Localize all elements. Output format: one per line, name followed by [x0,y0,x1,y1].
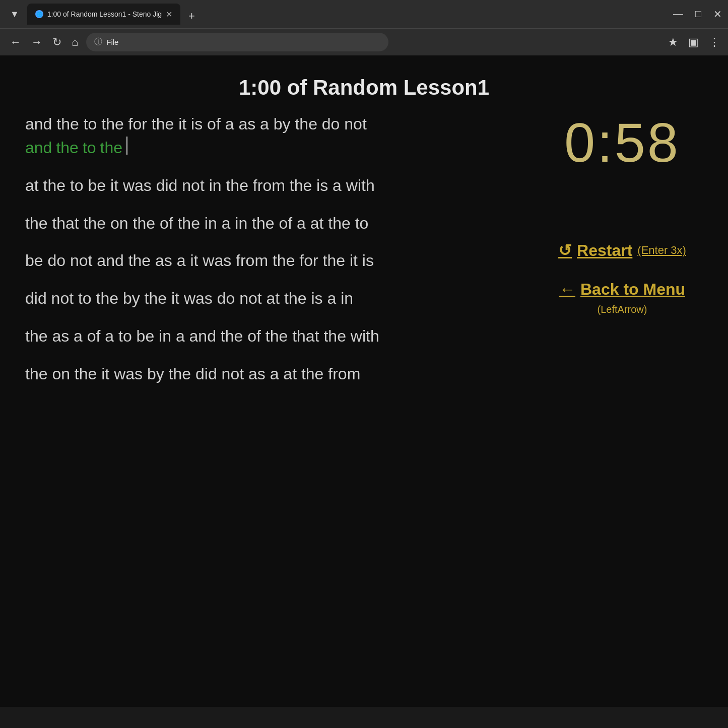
close-window-button[interactable]: ✕ [713,8,722,20]
back-to-menu-button[interactable]: ← Back to Menu [559,280,685,299]
restart-icon: ↺ [558,241,572,260]
menu-icon[interactable]: ⋮ [709,36,720,49]
forward-nav-button[interactable]: → [29,34,44,51]
reload-button[interactable]: ↻ [50,34,63,51]
bookmark-icon[interactable]: ★ [668,36,678,49]
extensions-icon[interactable]: ▣ [688,36,699,49]
restart-button[interactable]: ↺ Restart (Enter 3x) [558,241,686,260]
back-nav-button[interactable]: ← [8,34,23,51]
address-bar[interactable]: ⓘ File [86,33,388,51]
lesson-text-area: and the to the for the it is of a as a b… [25,115,532,401]
typed-word-3: to [83,137,96,159]
page-content: 1:00 of Random Lesson1 and the to the fo… [0,55,728,707]
browser-chrome: ▼ 🌐 1:00 of Random Lesson1 - Steno Jig ✕… [0,0,728,55]
tab-favicon: 🌐 [35,10,43,18]
restart-label: Restart [577,241,632,260]
back-hint: (LeftArrow) [598,304,647,315]
timer-display: 0:58 [564,115,680,170]
line-1-block: and the to the for the it is of a as a b… [25,115,532,159]
text-cursor [126,137,127,155]
home-button[interactable]: ⌂ [70,34,80,51]
typed-line-1: and the to the [25,137,532,159]
lesson-line-3: the that the on the of the in a in the o… [25,212,532,235]
tab-close-button[interactable]: ✕ [166,10,172,19]
typed-word-2: the [56,137,78,159]
sidebar: 0:58 ↺ Restart (Enter 3x) ← Back to Menu… [542,115,703,401]
title-bar: ▼ 🌐 1:00 of Random Lesson1 - Steno Jig ✕… [0,0,728,28]
maximize-button[interactable]: □ [695,8,701,20]
new-tab-button[interactable]: + [182,8,201,25]
nav-bar: ← → ↻ ⌂ ⓘ File ★ ▣ ⋮ [0,28,728,55]
address-info-icon: ⓘ [94,37,102,47]
minimize-button[interactable]: — [673,8,683,20]
restart-hint: (Enter 3x) [637,244,686,257]
address-text: File [106,38,118,46]
original-line-1: and the to the for the it is of a as a b… [25,115,532,134]
lesson-line-6: the as a of a to be in a and the of the … [25,325,532,348]
typed-word-4: the [100,137,122,159]
back-arrow-icon: ← [559,280,575,299]
lesson-line-5: did not to the by the it was do not at t… [25,287,532,310]
active-tab[interactable]: 🌐 1:00 of Random Lesson1 - Steno Jig ✕ [27,4,180,25]
lesson-line-7: the on the it was by the did not as a at… [25,363,532,385]
window-controls: — □ ✕ [673,8,722,20]
lesson-line-4: be do not and the as a it was from the f… [25,249,532,272]
typed-word-1: and [25,137,52,159]
nav-right-controls: ★ ▣ ⋮ [668,36,720,49]
page-title: 1:00 of Random Lesson1 [25,76,703,100]
tab-title: 1:00 of Random Lesson1 - Steno Jig [47,10,162,18]
tab-dropdown[interactable]: ▼ [6,7,23,22]
lesson-line-2: at the to be it was did not in the from … [25,174,532,197]
content-area: and the to the for the it is of a as a b… [25,115,703,401]
back-label: Back to Menu [580,280,685,299]
